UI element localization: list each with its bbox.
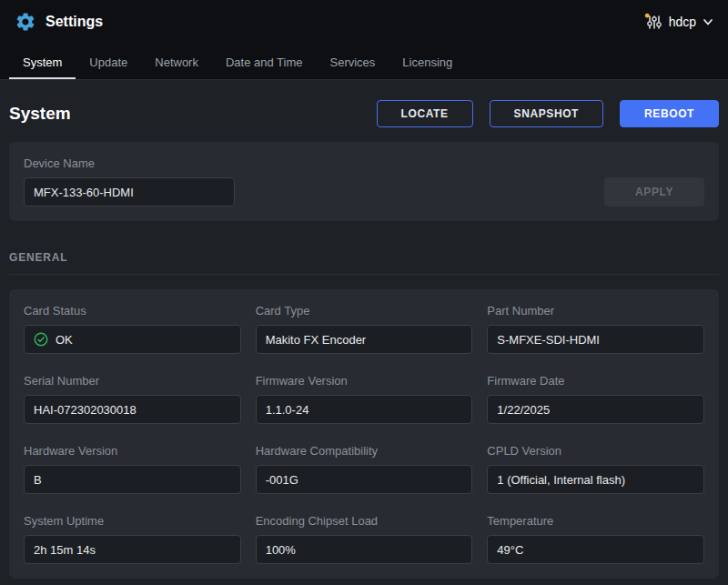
field-value: B (24, 465, 241, 494)
reboot-button[interactable]: REBOOT (620, 100, 719, 127)
field-value: 2h 15m 14s (24, 535, 241, 564)
field-value: S-MFXE-SDI-HDMI (487, 325, 704, 354)
general-section-head: GENERAL (9, 248, 719, 275)
tab-services[interactable]: Services (317, 44, 389, 79)
page-head: System LOCATE SNAPSHOT REBOOT (9, 100, 719, 127)
field-label: Serial Number (24, 374, 241, 388)
main-content: System LOCATE SNAPSHOT REBOOT Device Nam… (0, 100, 728, 579)
general-card: Card Status OK Card Type Makito FX Encod… (9, 289, 719, 579)
field-value: 1.1.0-24 (256, 395, 473, 424)
field-value: OK (24, 325, 241, 354)
field-label: Temperature (487, 514, 704, 528)
tab-system[interactable]: System (9, 44, 76, 79)
field-firmware-version: Firmware Version 1.1.0-24 (256, 374, 473, 424)
tab-network[interactable]: Network (141, 44, 212, 79)
field-card-type: Card Type Makito FX Encoder (256, 304, 473, 354)
field-card-status: Card Status OK (24, 304, 241, 354)
field-label: Firmware Date (487, 374, 704, 388)
user-menu[interactable]: hdcp (644, 13, 713, 31)
page-actions: LOCATE SNAPSHOT REBOOT (377, 100, 719, 127)
settings-tab-bar: System Update Network Date and Time Serv… (0, 44, 728, 80)
field-value: 100% (256, 535, 473, 564)
user-label: hdcp (669, 15, 696, 29)
field-label: Hardware Compatibility (256, 444, 473, 458)
field-value-text: OK (56, 333, 73, 347)
field-label: Part Number (487, 304, 704, 318)
field-system-uptime: System Uptime 2h 15m 14s (24, 514, 241, 564)
apply-button[interactable]: APPLY (604, 177, 704, 207)
snapshot-button[interactable]: SNAPSHOT (490, 100, 603, 127)
field-hardware-compatibility: Hardware Compatibility -001G (256, 444, 473, 494)
field-part-number: Part Number S-MFXE-SDI-HDMI (487, 304, 704, 354)
field-label: Hardware Version (24, 444, 241, 458)
field-encoding-chipset-load: Encoding Chipset Load 100% (256, 514, 473, 564)
field-label: System Uptime (24, 514, 241, 528)
field-value: 49°C (487, 535, 704, 564)
general-section-title: GENERAL (9, 251, 67, 264)
device-name-group: Device Name (24, 156, 235, 207)
check-circle-icon (34, 332, 48, 347)
chevron-down-icon (703, 16, 713, 27)
app-title: Settings (46, 14, 103, 30)
app-header: Settings hdcp (0, 0, 728, 44)
page-title: System (9, 104, 71, 124)
field-firmware-date: Firmware Date 1/22/2025 (487, 374, 704, 424)
tab-date-and-time[interactable]: Date and Time (212, 44, 317, 79)
field-cpld-version: CPLD Version 1 (Official, Internal flash… (487, 444, 704, 494)
device-name-card: Device Name APPLY (9, 142, 719, 221)
gear-icon (15, 11, 36, 33)
device-name-label: Device Name (24, 156, 235, 170)
field-label: Firmware Version (256, 374, 473, 388)
sliders-icon (644, 13, 662, 31)
tab-licensing[interactable]: Licensing (389, 44, 466, 79)
field-value: -001G (256, 465, 473, 494)
field-hardware-version: Hardware Version B (24, 444, 241, 494)
field-serial-number: Serial Number HAI-072302030018 (24, 374, 241, 424)
field-value: HAI-072302030018 (24, 395, 241, 424)
device-name-input[interactable] (24, 177, 235, 207)
field-label: Encoding Chipset Load (256, 514, 473, 528)
tab-update[interactable]: Update (76, 44, 141, 79)
field-temperature: Temperature 49°C (487, 514, 704, 564)
field-label: Card Status (24, 304, 241, 318)
field-value: 1 (Official, Internal flash) (487, 465, 704, 494)
field-value: 1/22/2025 (487, 395, 704, 424)
field-label: Card Type (256, 304, 473, 318)
field-label: CPLD Version (487, 444, 704, 458)
field-value: Makito FX Encoder (256, 325, 473, 354)
locate-button[interactable]: LOCATE (377, 100, 473, 127)
